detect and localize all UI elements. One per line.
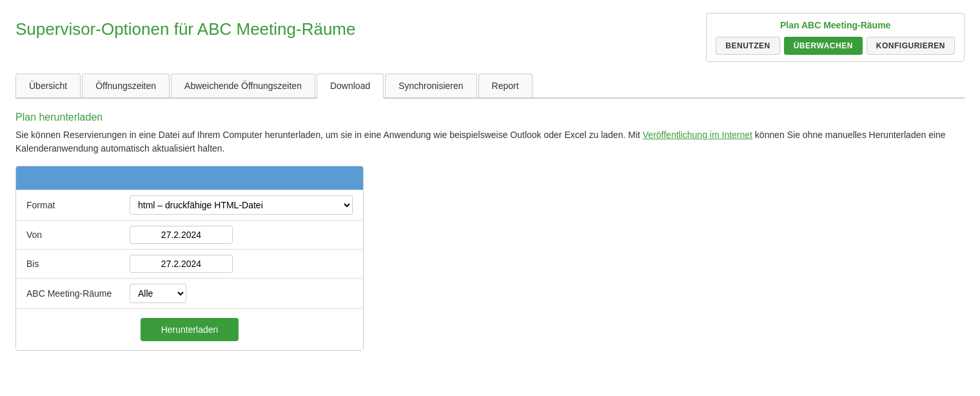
format-row: Format html – druckfähige HTML-Datei ics… <box>16 190 363 220</box>
plan-box-title: Plan ABC Meeting-Räume <box>716 20 955 30</box>
plan-buttons: BENUTZEN ÜBERWACHEN KONFIGURIEREN <box>716 37 955 55</box>
description-part1: Sie können Reservierungen in eine Datei … <box>15 130 640 140</box>
download-form: Format html – druckfähige HTML-Datei ics… <box>15 166 364 351</box>
submit-row: Herunterladen <box>16 308 363 350</box>
konfigurieren-button[interactable]: KONFIGURIEREN <box>867 37 955 55</box>
bis-label: Bis <box>26 259 130 269</box>
bis-row: Bis <box>16 249 363 278</box>
von-label: Von <box>26 230 130 240</box>
tab-synchronisieren[interactable]: Synchronisieren <box>385 74 476 97</box>
page-title: Supervisor-Optionen für ABC Meeting-Räum… <box>15 13 355 39</box>
rooms-row: ABC Meeting-Räume Alle Raum 1 Raum 2 <box>16 278 363 308</box>
plan-box: Plan ABC Meeting-Räume BENUTZEN ÜBERWACH… <box>706 13 965 62</box>
tabs-bar: Übersicht Öffnungszeiten Abweichende Öff… <box>15 74 965 99</box>
uberwachen-button[interactable]: ÜBERWACHEN <box>784 37 863 55</box>
tab-ubersicht[interactable]: Übersicht <box>15 74 81 97</box>
bis-input[interactable] <box>130 255 233 273</box>
tab-report[interactable]: Report <box>478 74 533 97</box>
tab-download[interactable]: Download <box>317 74 384 99</box>
tab-abweichende[interactable]: Abweichende Öffnungszeiten <box>171 74 315 97</box>
tab-offnungszeiten[interactable]: Öffnungszeiten <box>82 74 170 97</box>
benutzen-button[interactable]: BENUTZEN <box>716 37 779 55</box>
herunterladen-button[interactable]: Herunterladen <box>141 318 239 341</box>
rooms-control: Alle Raum 1 Raum 2 <box>130 284 353 303</box>
format-control: html – druckfähige HTML-Datei ics – iCal… <box>130 195 353 215</box>
form-header-bar <box>16 166 363 190</box>
content-area: Plan herunterladen Sie können Reservieru… <box>15 112 965 351</box>
bis-control <box>130 255 353 273</box>
von-row: Von <box>16 220 363 249</box>
rooms-label: ABC Meeting-Räume <box>26 288 130 299</box>
description-text: Sie können Reservierungen in eine Datei … <box>15 128 965 155</box>
format-label: Format <box>26 200 130 210</box>
format-select[interactable]: html – druckfähige HTML-Datei ics – iCal… <box>130 195 353 215</box>
rooms-select[interactable]: Alle Raum 1 Raum 2 <box>130 284 186 303</box>
von-control <box>130 226 353 244</box>
publication-link[interactable]: Veröffentlichung im Internet <box>643 130 752 140</box>
top-section: Supervisor-Optionen für ABC Meeting-Räum… <box>15 13 965 62</box>
section-heading: Plan herunterladen <box>15 112 965 123</box>
von-input[interactable] <box>130 226 233 244</box>
